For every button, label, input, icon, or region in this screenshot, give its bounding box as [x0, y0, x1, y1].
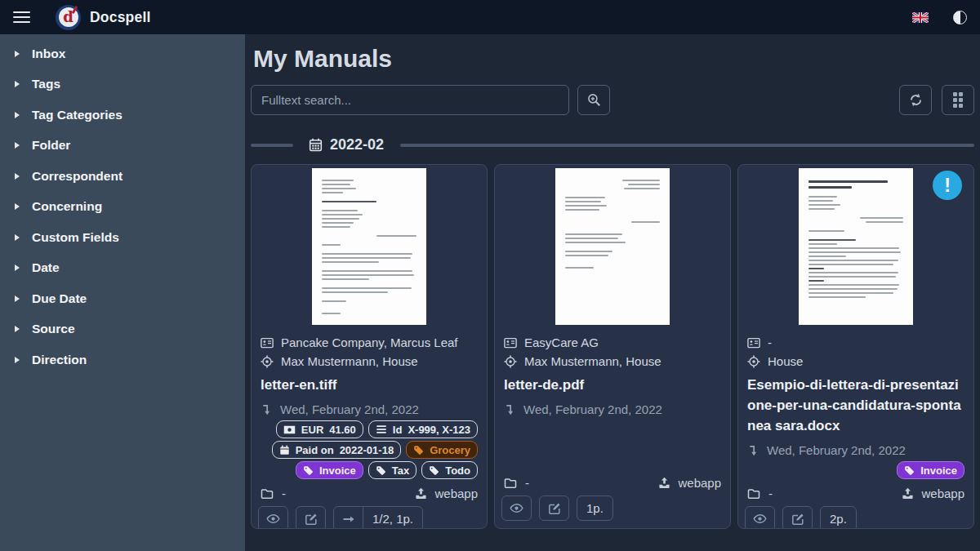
caret-right-icon: [15, 142, 20, 149]
edit-button[interactable]: [539, 495, 569, 521]
source-value: webapp: [678, 476, 721, 490]
item-date-value: Wed, February 2nd, 2022: [523, 402, 662, 416]
item-name[interactable]: Esempio-di-lettera-di-presentazione-per-…: [747, 375, 964, 436]
item-card: !: [737, 164, 974, 529]
caret-right-icon: [15, 264, 20, 271]
arrow-right-icon: [342, 513, 355, 526]
linked-items-button[interactable]: [333, 506, 363, 529]
menu-icon[interactable]: [13, 11, 30, 24]
item-card: EasyCare AG Max Mustermann, House: [494, 164, 731, 529]
sidebar-item-due-date[interactable]: Due Date: [0, 283, 245, 314]
card-footer: - webapp: [252, 479, 487, 500]
sidebar-item-custom-fields[interactable]: Custom Fields: [0, 222, 245, 253]
page-count-button[interactable]: 2p.: [820, 506, 857, 529]
custom-field-id: Id X-999, X-123: [368, 420, 478, 438]
sidebar-item-tag-categories[interactable]: Tag Categories: [0, 100, 245, 131]
item-date-icon: [261, 403, 273, 415]
sidebar-item-date[interactable]: Date: [0, 253, 245, 284]
grid-view-button[interactable]: [942, 85, 974, 115]
refresh-button[interactable]: [899, 85, 932, 115]
concerning-icon: [504, 355, 517, 368]
document-thumbnail[interactable]: [495, 165, 730, 328]
source-icon: [902, 487, 914, 500]
grid-view-icon: [953, 92, 963, 108]
item-card-list: Pancake Company, Marcus Leaf Max Musterm…: [251, 164, 974, 529]
caret-right-icon: [15, 51, 20, 57]
date-group-separator: 2022-02: [251, 136, 974, 153]
tag-todo: Todo: [421, 461, 478, 479]
caret-right-icon: [15, 203, 20, 210]
sidebar-item-source[interactable]: Source: [0, 314, 245, 345]
tag-icon: [303, 465, 314, 476]
caret-right-icon: [15, 295, 20, 302]
concerning-row: Max Mustermann, House: [504, 352, 721, 371]
preview-button[interactable]: [258, 506, 288, 529]
preview-button[interactable]: [745, 506, 775, 529]
correspondent-icon: [261, 336, 274, 349]
folder-value: -: [768, 487, 773, 500]
item-date-icon: [747, 444, 760, 456]
tag-icon: [904, 465, 915, 476]
search-input[interactable]: [251, 85, 569, 115]
sidebar-item-inbox[interactable]: Inbox: [0, 38, 245, 69]
sidebar-item-concerning[interactable]: Concerning: [0, 192, 245, 223]
folder-icon: [747, 487, 760, 500]
sidebar: Inbox Tags Tag Categories Folder Corresp…: [0, 34, 245, 551]
concerning-icon: [747, 355, 760, 368]
theme-toggle-icon[interactable]: [953, 11, 967, 24]
page-count-button[interactable]: 1p.: [577, 495, 613, 521]
page-count-button[interactable]: 1/2, 1p.: [363, 506, 423, 529]
money-icon: [283, 424, 296, 436]
tag-icon: [376, 465, 386, 476]
calendar-icon: [309, 138, 323, 152]
folder-value: -: [525, 476, 529, 490]
preview-button[interactable]: [501, 495, 532, 521]
thumbnail-text-lines: [555, 168, 670, 325]
edit-icon: [305, 513, 318, 526]
card-footer: - webapp: [738, 479, 973, 500]
correspondent-icon: [504, 336, 517, 349]
sidebar-item-direction[interactable]: Direction: [0, 344, 245, 375]
caret-right-icon: [15, 173, 20, 180]
date-group-label: 2022-02: [330, 136, 384, 153]
card-footer: - webapp: [495, 469, 730, 490]
caret-right-icon: [15, 81, 20, 87]
search-button[interactable]: [577, 85, 610, 115]
item-date-row: Wed, February 2nd, 2022: [747, 441, 964, 460]
document-thumbnail[interactable]: [252, 165, 487, 328]
search-plus-icon: [587, 93, 601, 107]
sidebar-item-tags[interactable]: Tags: [0, 69, 245, 100]
edit-button[interactable]: [782, 506, 813, 529]
custom-field-paid-on: Paid on 2022-01-18: [272, 441, 401, 459]
preview-icon: [753, 512, 767, 526]
item-card: Pancake Company, Marcus Leaf Max Musterm…: [251, 164, 488, 529]
new-item-icon: !: [933, 171, 962, 200]
sidebar-item-correspondent[interactable]: Correspondent: [0, 161, 245, 192]
caret-right-icon: [15, 112, 20, 118]
tag-invoice: Invoice: [897, 461, 964, 479]
correspondent-row: EasyCare AG: [504, 333, 721, 352]
folder-icon: [504, 477, 517, 490]
item-date-value: Wed, February 2nd, 2022: [767, 443, 906, 457]
sidebar-item-folder[interactable]: Folder: [0, 131, 245, 162]
caret-right-icon: [15, 234, 20, 241]
folder-value: -: [282, 487, 286, 500]
docspell-logo: d: [56, 5, 81, 30]
item-date-icon: [504, 403, 516, 415]
card-actions: 1/2, 1p.: [252, 500, 487, 529]
concerning-icon: [261, 355, 274, 368]
language-flag-icon[interactable]: [912, 12, 929, 23]
concerning-row: Max Mustermann, House: [261, 352, 478, 371]
source-icon: [415, 487, 427, 500]
card-actions: 1p.: [495, 490, 730, 528]
toolbar: [251, 85, 974, 115]
page-title: My Manuals: [253, 45, 972, 73]
item-name[interactable]: letter-en.tiff: [261, 375, 478, 395]
edit-button[interactable]: [296, 506, 326, 529]
correspondent-row: -: [747, 333, 964, 352]
correspondent-value: Pancake Company, Marcus Leaf: [281, 335, 458, 349]
edit-icon: [791, 513, 804, 526]
item-name[interactable]: letter-de.pdf: [504, 375, 721, 395]
source-value: webapp: [434, 487, 478, 500]
topbar: d Docspell: [0, 0, 980, 34]
